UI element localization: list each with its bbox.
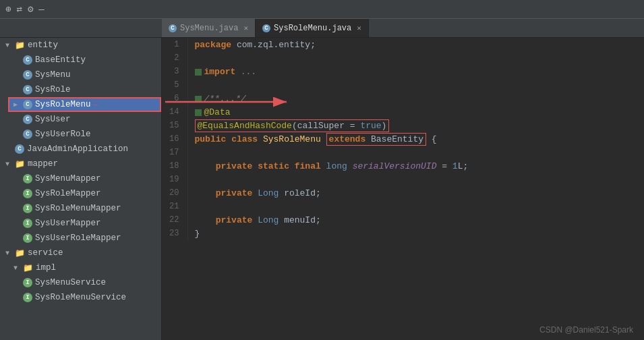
code-line-20: 20 private Long roleId; <box>162 186 644 200</box>
line-num-3: 3 <box>162 65 187 78</box>
label-baseentity: BaseEntity <box>35 55 86 65</box>
code-line-22: 22 private Long menuId; <box>162 213 644 227</box>
line-content-17 <box>187 146 644 159</box>
sidebar-group-mapper[interactable]: 📁 mapper <box>0 157 161 171</box>
sidebar-label-service: service <box>28 248 63 258</box>
label-sysusermapper: SysUserMapper <box>35 219 101 228</box>
sidebar-entity-children: C BaseEntity C SysMenu C SysRole C SysRo… <box>0 53 161 142</box>
toolbar-icon-globe[interactable]: ⊕ <box>5 3 11 15</box>
sidebar-group-service[interactable]: 📁 service <box>0 246 161 260</box>
arrow-sysrolemenu <box>13 101 23 109</box>
sidebar-item-sysrolemenu[interactable]: C SysRoleMenu — <box>8 97 161 112</box>
line-content-14: @Data <box>187 105 644 119</box>
arrow-mapper <box>5 161 15 168</box>
sidebar-item-sysmenuservice[interactable]: I SysMenuService <box>8 275 161 290</box>
icon-baseentity: C <box>23 55 32 65</box>
sidebar-item-baseentity[interactable]: C BaseEntity <box>8 53 161 67</box>
line-content-21 <box>187 200 644 213</box>
arrow-entity <box>5 42 15 49</box>
sidebar-item-sysusermapper[interactable]: I SysUserMapper <box>8 216 161 231</box>
folder-icon-entity: 📁 <box>15 40 25 51</box>
label-sysrolemenusvc: SysRoleMenuService <box>35 293 126 302</box>
line-num-2: 2 <box>162 51 187 65</box>
code-line-5: 5 <box>162 78 644 92</box>
toolbar-icon-minus[interactable]: — <box>38 4 44 15</box>
line-num-1: 1 <box>162 38 187 51</box>
sidebar-item-sysuser[interactable]: C SysUser <box>8 112 161 127</box>
label-sysuserrole: SysUserRole <box>35 130 91 139</box>
code-line-6: 6 /**...*/ <box>162 92 644 105</box>
icon-sysuserrolemapper: I <box>23 233 32 243</box>
line-content-22: private Long menuId; <box>187 213 644 227</box>
code-line-16: 16 public class SysRoleMenu extends Base… <box>162 132 644 146</box>
sidebar-item-sysrole[interactable]: C SysRole <box>8 82 161 97</box>
main-area: 📁 entity C BaseEntity C SysMenu C SysRol… <box>0 38 644 340</box>
sidebar-item-sysuserrolemapper[interactable]: I SysUserRoleMapper <box>8 231 161 246</box>
sidebar-item-sysrolemenumapper[interactable]: I SysRoleMenuMapper <box>8 201 161 216</box>
arrow-impl <box>13 264 23 272</box>
icon-sysmenumapper: I <box>23 174 32 183</box>
sidebar-item-sysrolemapper[interactable]: I SysRoleMapper <box>8 186 161 201</box>
tab-sysrolemenu-icon: C <box>262 24 270 32</box>
tab-sysmenu[interactable]: C SysMenu.java ✕ <box>162 19 256 37</box>
icon-sysrolemenusvc: I <box>23 293 32 302</box>
line-content-18: private static final long serialVersionU… <box>187 159 644 173</box>
line-num-17: 17 <box>162 146 187 159</box>
line-content-3: import ... <box>187 65 644 78</box>
sidebar-item-sysrolemenusvc[interactable]: I SysRoleMenuService <box>8 290 161 305</box>
icon-sysrolemenu: C <box>23 100 32 109</box>
folder-icon-mapper: 📁 <box>15 159 25 169</box>
icon-sysrolemapper: I <box>23 189 32 198</box>
label-javaadmin: JavaAdminApplication <box>27 144 128 154</box>
sidebar-item-sysmenu[interactable]: C SysMenu <box>8 67 161 82</box>
code-line-1: 1 package com.zql.entity; <box>162 38 644 51</box>
toolbar-icon-split[interactable]: ⇄ <box>16 3 22 15</box>
folder-icon-service: 📁 <box>15 248 25 258</box>
label-sysuserrolemapper: SysUserRoleMapper <box>35 233 121 243</box>
code-line-15: 15 @EqualsAndHashCode(callSuper = true) <box>162 119 644 132</box>
sidebar: 📁 entity C BaseEntity C SysMenu C SysRol… <box>0 38 162 340</box>
icon-sysmenuservice: I <box>23 278 32 287</box>
line-content-5 <box>187 78 644 92</box>
code-table: 1 package com.zql.entity; 2 3 import ...… <box>162 38 644 240</box>
line-content-6: /**...*/ <box>187 92 644 105</box>
line-content-19 <box>187 173 644 186</box>
icon-sysuser: C <box>23 115 32 124</box>
sidebar-group-entity[interactable]: 📁 entity <box>0 38 161 53</box>
label-sysrolemenumapper: SysRoleMenuMapper <box>35 204 121 213</box>
sidebar-item-javaadmin[interactable]: C JavaAdminApplication <box>0 142 161 157</box>
icon-sysusermapper: I <box>23 219 32 228</box>
watermark: CSDN @Daniel521-Spark <box>539 325 633 335</box>
tab-sysmenu-icon: C <box>169 24 177 32</box>
code-line-14: 14 @Data <box>162 105 644 119</box>
icon-sysmenu: C <box>23 70 32 80</box>
icon-sysuserrole: C <box>23 130 32 139</box>
line-content-20: private Long roleId; <box>187 186 644 200</box>
code-line-2: 2 <box>162 51 644 65</box>
label-sysrole: SysRole <box>35 85 71 94</box>
label-impl: impl <box>36 263 56 273</box>
sidebar-label-entity: entity <box>28 40 58 50</box>
sidebar-item-sysmenumapper[interactable]: I SysMenuMapper <box>8 171 161 186</box>
tab-sysrolemenu[interactable]: C SysRoleMenu.java ✕ <box>256 19 369 37</box>
dash-indicator: — <box>94 101 98 109</box>
icon-sysrolemenumapper: I <box>23 204 32 213</box>
toolbar-icon-gear[interactable]: ⚙ <box>28 3 33 15</box>
code-line-23: 23 } <box>162 227 644 240</box>
label-sysmenu: SysMenu <box>35 70 71 80</box>
label-sysuser: SysUser <box>35 115 71 124</box>
code-editor[interactable]: 1 package com.zql.entity; 2 3 import ...… <box>162 38 644 340</box>
label-sysmenuservice: SysMenuService <box>35 278 106 287</box>
code-line-18: 18 private static final long serialVersi… <box>162 159 644 173</box>
tab-bar: C SysMenu.java ✕ C SysRoleMenu.java ✕ <box>0 19 644 38</box>
line-num-16: 16 <box>162 132 187 146</box>
sidebar-service-children: 📁 impl I SysMenuService I SysRoleMenuSer… <box>0 260 161 305</box>
line-num-21: 21 <box>162 200 187 213</box>
line-num-5: 5 <box>162 78 187 92</box>
icon-sysrole: C <box>23 85 32 94</box>
sidebar-item-impl[interactable]: 📁 impl <box>8 260 161 275</box>
sidebar-item-sysuserrole[interactable]: C SysUserRole <box>8 127 161 142</box>
tab-sysrolemenu-close[interactable]: ✕ <box>357 24 361 32</box>
tab-sysmenu-close[interactable]: ✕ <box>243 24 248 32</box>
icon-javaadmin: C <box>15 144 24 154</box>
